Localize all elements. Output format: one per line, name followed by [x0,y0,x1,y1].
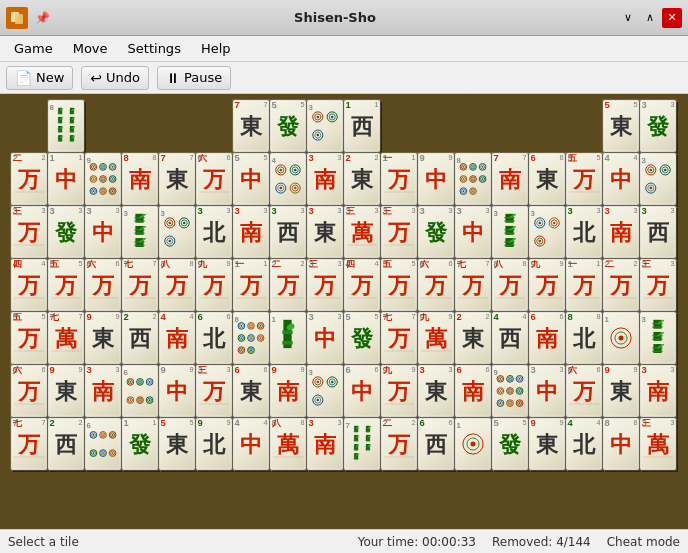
minimize-button[interactable]: ∨ [618,8,638,28]
menu-settings[interactable]: Settings [118,39,191,58]
window-title: Shisen-Sho [52,10,618,25]
cheat-mode-label: Cheat mode [607,535,680,549]
time-display: Your time: 00:00:33 [358,535,476,549]
maximize-button[interactable]: ∧ [640,8,660,28]
undo-button[interactable]: ↩ Undo [81,66,149,90]
menu-help[interactable]: Help [191,39,241,58]
pause-icon: ⏸ [166,70,180,86]
menubar: Game Move Settings Help [0,36,688,62]
statusbar: Select a tile Your time: 00:00:33 Remove… [0,529,688,553]
pause-label: Pause [184,70,222,85]
app-icon [6,7,28,29]
titlebar-controls: ∨ ∧ ✕ [618,8,682,28]
new-button[interactable]: 📄 New [6,66,73,90]
menu-game[interactable]: Game [4,39,63,58]
close-button[interactable]: ✕ [662,8,682,28]
removed-display: Removed: 4/144 [492,535,591,549]
menu-move[interactable]: Move [63,39,118,58]
toolbar: 📄 New ↩ Undo ⏸ Pause [0,62,688,94]
titlebar: 📌 Shisen-Sho ∨ ∧ ✕ [0,0,688,36]
new-icon: 📄 [15,70,32,86]
status-right: Your time: 00:00:33 Removed: 4/144 Cheat… [358,535,680,549]
pin-icon: 📌 [32,8,52,28]
board-canvas [0,94,688,529]
pause-button[interactable]: ⏸ Pause [157,66,231,90]
new-label: New [36,70,64,85]
svg-rect-2 [15,14,23,24]
titlebar-icons: 📌 [6,7,52,29]
status-message: Select a tile [8,535,358,549]
undo-icon: ↩ [90,70,102,86]
undo-label: Undo [106,70,140,85]
game-area [0,94,688,529]
